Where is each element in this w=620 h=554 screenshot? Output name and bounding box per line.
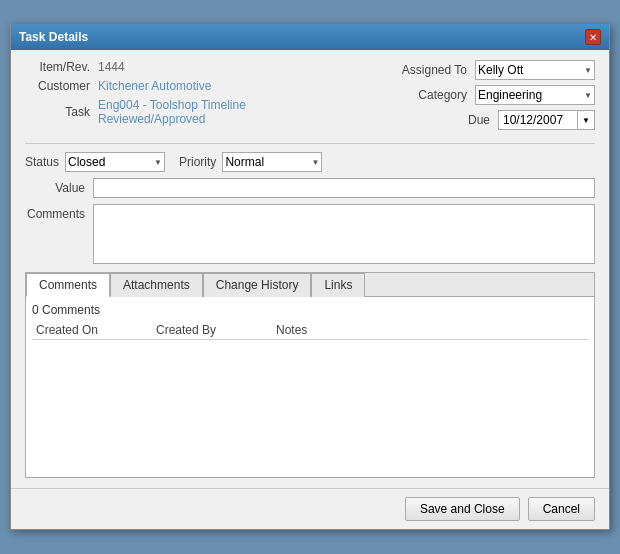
- status-select-container: Closed Open In Progress: [65, 152, 165, 172]
- priority-label: Priority: [179, 155, 216, 169]
- due-label: Due: [410, 113, 490, 127]
- category-label: Category: [387, 88, 467, 102]
- task-value[interactable]: Eng004 - Toolshop Timeline Reviewed/Appr…: [98, 98, 335, 126]
- divider-1: [25, 143, 595, 144]
- due-date-container: ▼: [498, 110, 595, 130]
- value-row: Value: [25, 178, 595, 198]
- item-rev-value: 1444: [98, 60, 125, 74]
- status-label: Status: [25, 155, 59, 169]
- item-rev-label: Item/Rev.: [25, 60, 90, 74]
- cancel-button[interactable]: Cancel: [528, 497, 595, 521]
- tab-links[interactable]: Links: [311, 273, 365, 297]
- col-created-by: Created By: [156, 323, 276, 337]
- tabs-header: Comments Attachments Change History Link…: [26, 273, 594, 297]
- due-date-input[interactable]: [498, 110, 578, 130]
- assigned-to-select-container: Kelly Ott: [475, 60, 595, 80]
- priority-group: Priority Normal High Low: [179, 152, 322, 172]
- status-group: Status Closed Open In Progress: [25, 152, 165, 172]
- tab-change-history[interactable]: Change History: [203, 273, 312, 297]
- col-created-on: Created On: [36, 323, 156, 337]
- priority-select-container: Normal High Low: [222, 152, 322, 172]
- dialog-footer: Save and Close Cancel: [11, 488, 609, 529]
- dialog-body: Item/Rev. 1444 Customer Kitchener Automo…: [11, 50, 609, 488]
- value-label: Value: [25, 181, 85, 195]
- tabs-container: Comments Attachments Change History Link…: [25, 272, 595, 478]
- value-input[interactable]: [93, 178, 595, 198]
- status-select[interactable]: Closed Open In Progress: [65, 152, 165, 172]
- tab-attachments[interactable]: Attachments: [110, 273, 203, 297]
- comments-label: Comments: [25, 204, 85, 221]
- tab-panel-comments: 0 Comments Created On Created By Notes: [26, 297, 594, 477]
- dialog-title: Task Details: [19, 30, 88, 44]
- category-select-container: Engineering: [475, 85, 595, 105]
- title-bar: Task Details ✕: [11, 24, 609, 50]
- task-label: Task: [25, 105, 90, 119]
- table-header: Created On Created By Notes: [32, 321, 588, 340]
- priority-select[interactable]: Normal High Low: [222, 152, 322, 172]
- comments-row: Comments: [25, 204, 595, 264]
- save-close-button[interactable]: Save and Close: [405, 497, 520, 521]
- comments-count: 0 Comments: [32, 303, 588, 317]
- close-button[interactable]: ✕: [585, 29, 601, 45]
- status-priority-row: Status Closed Open In Progress Priority …: [25, 152, 595, 172]
- due-date-picker-button[interactable]: ▼: [577, 110, 595, 130]
- tab-comments[interactable]: Comments: [26, 273, 110, 297]
- assigned-to-select[interactable]: Kelly Ott: [475, 60, 595, 80]
- col-notes: Notes: [276, 323, 584, 337]
- customer-label: Customer: [25, 79, 90, 93]
- task-details-dialog: Task Details ✕ Item/Rev. 1444 Customer K…: [10, 24, 610, 530]
- comments-textarea[interactable]: [93, 204, 595, 264]
- customer-value[interactable]: Kitchener Automotive: [98, 79, 211, 93]
- assigned-to-label: Assigned To: [387, 63, 467, 77]
- category-select[interactable]: Engineering: [475, 85, 595, 105]
